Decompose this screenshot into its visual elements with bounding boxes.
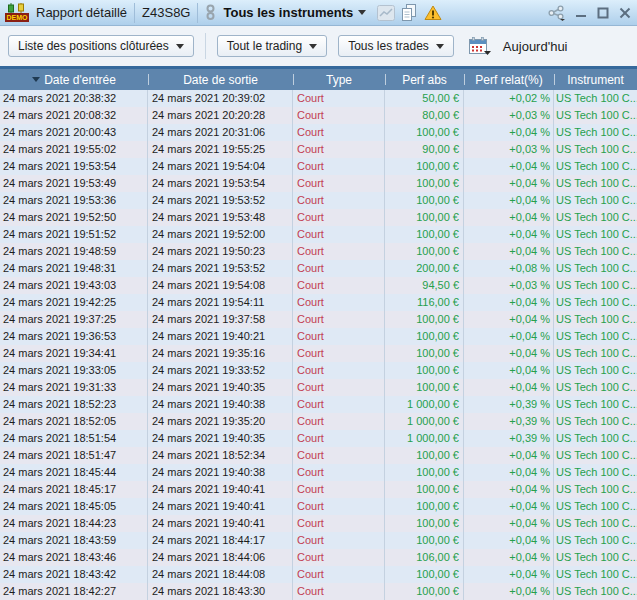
table-row[interactable]: 24 mars 2021 18:52:23 24 mars 2021 19:40… bbox=[0, 396, 637, 413]
cell-instrument: US Tech 100 C... bbox=[554, 430, 637, 447]
cell-type: Court bbox=[293, 311, 385, 328]
table-row[interactable]: 24 mars 2021 18:44:23 24 mars 2021 19:40… bbox=[0, 515, 637, 532]
table-row[interactable]: 24 mars 2021 19:31:33 24 mars 2021 19:40… bbox=[0, 379, 637, 396]
column-header-type[interactable]: Type bbox=[293, 69, 385, 90]
table-row[interactable]: 24 mars 2021 19:53:49 24 mars 2021 19:53… bbox=[0, 175, 637, 192]
maximize-button[interactable] bbox=[595, 5, 610, 20]
cell-instrument: US Tech 100 C... bbox=[554, 413, 637, 430]
cell-exit-date: 24 mars 2021 19:53:52 bbox=[148, 192, 293, 209]
cell-perf-rel: +0,04 % bbox=[464, 362, 554, 379]
cell-perf-rel: +0,39 % bbox=[464, 396, 554, 413]
cell-perf-abs: 100,00 € bbox=[385, 532, 464, 549]
cell-type: Court bbox=[293, 141, 385, 158]
cell-perf-abs: 100,00 € bbox=[385, 464, 464, 481]
cell-perf-abs: 100,00 € bbox=[385, 226, 464, 243]
table-row[interactable]: 24 mars 2021 20:38:32 24 mars 2021 20:39… bbox=[0, 90, 637, 107]
cell-perf-abs: 1 000,00 € bbox=[385, 396, 464, 413]
cell-perf-rel: +0,04 % bbox=[464, 481, 554, 498]
cell-entry-date: 24 mars 2021 19:43:03 bbox=[0, 277, 148, 294]
cell-instrument: US Tech 100 C... bbox=[554, 141, 637, 158]
cell-perf-rel: +0,04 % bbox=[464, 175, 554, 192]
cell-perf-abs: 100,00 € bbox=[385, 243, 464, 260]
table-row[interactable]: 24 mars 2021 18:43:42 24 mars 2021 18:44… bbox=[0, 566, 637, 583]
cell-entry-date: 24 mars 2021 19:51:52 bbox=[0, 226, 148, 243]
cell-perf-abs: 116,00 € bbox=[385, 294, 464, 311]
cell-perf-rel: +0,04 % bbox=[464, 549, 554, 566]
table-row[interactable]: 24 mars 2021 19:48:31 24 mars 2021 19:53… bbox=[0, 260, 637, 277]
table-row[interactable]: 24 mars 2021 19:55:02 24 mars 2021 19:55… bbox=[0, 141, 637, 158]
instrument-filter-dropdown[interactable]: Tous les instruments bbox=[223, 5, 366, 20]
cell-perf-rel: +0,04 % bbox=[464, 192, 554, 209]
cell-perf-rel: +0,04 % bbox=[464, 226, 554, 243]
table-row[interactable]: 24 mars 2021 18:45:44 24 mars 2021 19:40… bbox=[0, 464, 637, 481]
table-row[interactable]: 24 mars 2021 18:45:17 24 mars 2021 19:40… bbox=[0, 481, 637, 498]
table-row[interactable]: 24 mars 2021 20:08:32 24 mars 2021 20:20… bbox=[0, 107, 637, 124]
table-row[interactable]: 24 mars 2021 20:00:43 24 mars 2021 20:31… bbox=[0, 124, 637, 141]
demo-badge-icon: DEMO bbox=[5, 3, 29, 22]
cell-perf-abs: 1 000,00 € bbox=[385, 430, 464, 447]
cell-instrument: US Tech 100 C... bbox=[554, 277, 637, 294]
table-row[interactable]: 24 mars 2021 19:33:05 24 mars 2021 19:33… bbox=[0, 362, 637, 379]
cell-perf-rel: +0,04 % bbox=[464, 209, 554, 226]
cell-perf-rel: +0,04 % bbox=[464, 345, 554, 362]
trades-filter-dropdown[interactable]: Tous les trades bbox=[338, 35, 454, 57]
table-row[interactable]: 24 mars 2021 18:51:54 24 mars 2021 19:40… bbox=[0, 430, 637, 447]
table-row[interactable]: 24 mars 2021 19:36:53 24 mars 2021 19:40… bbox=[0, 328, 637, 345]
copy-icon[interactable] bbox=[402, 4, 417, 21]
cell-exit-date: 24 mars 2021 19:40:21 bbox=[148, 328, 293, 345]
table-row[interactable]: 24 mars 2021 19:48:59 24 mars 2021 19:50… bbox=[0, 243, 637, 260]
table-row[interactable]: 24 mars 2021 19:34:41 24 mars 2021 19:35… bbox=[0, 345, 637, 362]
minimize-button[interactable] bbox=[573, 5, 588, 20]
cell-type: Court bbox=[293, 124, 385, 141]
column-header-entry-date[interactable]: Date d'entrée bbox=[0, 69, 148, 90]
table-row[interactable]: 24 mars 2021 19:52:50 24 mars 2021 19:53… bbox=[0, 209, 637, 226]
cell-perf-abs: 90,00 € bbox=[385, 141, 464, 158]
cell-perf-rel: +0,04 % bbox=[464, 311, 554, 328]
trading-filter-dropdown[interactable]: Tout le trading bbox=[217, 35, 327, 57]
calendar-button[interactable] bbox=[469, 37, 492, 56]
table-row[interactable]: 24 mars 2021 18:42:27 24 mars 2021 18:43… bbox=[0, 583, 637, 600]
cell-entry-date: 24 mars 2021 19:36:53 bbox=[0, 328, 148, 345]
table-row[interactable]: 24 mars 2021 18:43:59 24 mars 2021 18:44… bbox=[0, 532, 637, 549]
chart-view-icon[interactable] bbox=[377, 5, 395, 21]
close-button[interactable] bbox=[617, 5, 632, 20]
view-selector-dropdown[interactable]: Liste des positions clôturées bbox=[8, 35, 194, 57]
table-row[interactable]: 24 mars 2021 19:53:54 24 mars 2021 19:54… bbox=[0, 158, 637, 175]
sort-descending-icon bbox=[32, 77, 40, 82]
column-header-instrument[interactable]: Instrument bbox=[554, 69, 637, 90]
column-header-perf-rel[interactable]: Perf relat(%) bbox=[464, 69, 554, 90]
instrument-filter-label: Tous les instruments bbox=[223, 5, 353, 20]
cell-type: Court bbox=[293, 396, 385, 413]
cell-perf-abs: 200,00 € bbox=[385, 260, 464, 277]
table-row[interactable]: 24 mars 2021 18:51:47 24 mars 2021 18:52… bbox=[0, 447, 637, 464]
cell-type: Court bbox=[293, 379, 385, 396]
cell-instrument: US Tech 100 C... bbox=[554, 243, 637, 260]
table-row[interactable]: 24 mars 2021 19:51:52 24 mars 2021 19:52… bbox=[0, 226, 637, 243]
cell-perf-rel: +0,04 % bbox=[464, 158, 554, 175]
table-row[interactable]: 24 mars 2021 18:52:05 24 mars 2021 19:35… bbox=[0, 413, 637, 430]
table-row[interactable]: 24 mars 2021 19:43:03 24 mars 2021 19:54… bbox=[0, 277, 637, 294]
table-row[interactable]: 24 mars 2021 18:43:46 24 mars 2021 18:44… bbox=[0, 549, 637, 566]
cell-exit-date: 24 mars 2021 19:35:16 bbox=[148, 345, 293, 362]
cell-entry-date: 24 mars 2021 18:43:46 bbox=[0, 549, 148, 566]
cell-perf-rel: +0,02 % bbox=[464, 90, 554, 107]
cell-perf-rel: +0,03 % bbox=[464, 277, 554, 294]
table-row[interactable]: 24 mars 2021 19:42:25 24 mars 2021 19:54… bbox=[0, 294, 637, 311]
column-header-perf-abs[interactable]: Perf abs bbox=[385, 69, 464, 90]
table-row[interactable]: 24 mars 2021 19:53:36 24 mars 2021 19:53… bbox=[0, 192, 637, 209]
cell-entry-date: 24 mars 2021 19:33:05 bbox=[0, 362, 148, 379]
cell-exit-date: 24 mars 2021 19:40:41 bbox=[148, 481, 293, 498]
cell-exit-date: 24 mars 2021 19:35:20 bbox=[148, 413, 293, 430]
share-button[interactable] bbox=[548, 5, 566, 21]
warning-icon[interactable] bbox=[424, 5, 442, 21]
page-title: Rapport détaillé bbox=[36, 5, 127, 20]
table-row[interactable]: 24 mars 2021 18:45:05 24 mars 2021 19:40… bbox=[0, 498, 637, 515]
titlebar-separator bbox=[197, 3, 198, 23]
cell-perf-rel: +0,04 % bbox=[464, 243, 554, 260]
link-windows-icon[interactable] bbox=[205, 4, 216, 21]
column-header-label: Instrument bbox=[567, 73, 624, 87]
cell-type: Court bbox=[293, 549, 385, 566]
cell-perf-rel: +0,04 % bbox=[464, 566, 554, 583]
column-header-exit-date[interactable]: Date de sortie bbox=[148, 69, 293, 90]
table-row[interactable]: 24 mars 2021 19:37:25 24 mars 2021 19:37… bbox=[0, 311, 637, 328]
